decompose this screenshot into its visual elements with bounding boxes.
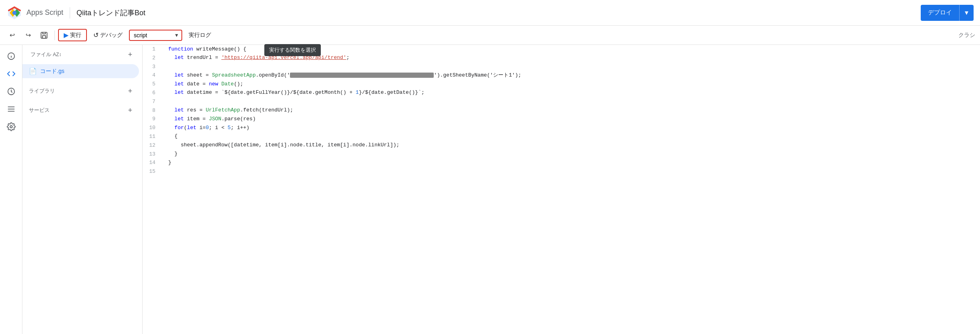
file-icon-code-gs: 📄: [29, 67, 37, 75]
deploy-label: デプロイ: [921, 9, 959, 16]
line-code-11: {: [162, 132, 980, 141]
redo-button[interactable]: ↪: [21, 28, 35, 43]
undo-button[interactable]: ↩: [5, 28, 19, 43]
toolbar: ↩ ↪ ▶ 実行 ↺ デバッグ script writeMessage ▼ 実行…: [0, 26, 980, 45]
line-num-9: 9: [143, 115, 162, 123]
run-icon: ▶: [64, 31, 68, 39]
line-num-4: 4: [143, 71, 162, 80]
add-library-button[interactable]: +: [125, 85, 136, 97]
libraries-label: ライブラリ: [29, 87, 55, 95]
line-num-6: 6: [143, 89, 162, 97]
code-line-9: 9 let item = JSON.parse(res): [143, 115, 980, 123]
line-code-10: for(let i=0; i < 5; i++): [162, 123, 980, 132]
az-sort-icon: AZ↕: [53, 52, 61, 57]
exec-log-button[interactable]: 実行ログ: [184, 30, 216, 40]
line-num-1: 1: [143, 45, 162, 54]
run-button[interactable]: ▶ 実行: [58, 29, 87, 41]
code-line-13: 13 }: [143, 150, 980, 159]
code-line-10: 10 for(let i=0; i < 5; i++): [143, 123, 980, 132]
code-line-12: 12 sheet.appendRow([datetime, item[i].no…: [143, 141, 980, 150]
line-code-5: let date = new Date();: [162, 80, 980, 89]
line-code-6: let datetime = `${date.getFullYear()}/${…: [162, 89, 980, 97]
file-panel: ファイル AZ↕ + 📄 コード.gs ライブラリ + サービス +: [22, 45, 143, 334]
sidebar-icon-triggers[interactable]: [3, 83, 19, 99]
line-num-12: 12: [143, 141, 162, 150]
files-section-header: ファイル AZ↕ +: [22, 45, 142, 64]
code-line-6: 6 let datetime = `${date.getFullYear()}/…: [143, 89, 980, 97]
sidebar-icon-info[interactable]: [3, 48, 19, 64]
code-line-8: 8 let res = UrlFetchApp.fetch(trendUrl);: [143, 106, 980, 115]
line-code-14: }: [162, 158, 980, 167]
sidebar-icon-code[interactable]: [3, 66, 19, 82]
tooltip-popup: 実行する関数を選択: [264, 44, 321, 56]
line-code-9: let item = JSON.parse(res): [162, 115, 980, 123]
deploy-arrow-icon: ▼: [959, 5, 974, 21]
deploy-btn-area: デプロイ ▼: [921, 5, 974, 21]
code-line-11: 11 {: [143, 132, 980, 141]
line-code-4: let sheet = SpreadsheetApp.openById(' ')…: [162, 71, 980, 80]
sidebar-icons: [0, 45, 22, 334]
debug-label: デバッグ: [100, 32, 123, 39]
line-num-10: 10: [143, 123, 162, 132]
libraries-section-header: ライブラリ +: [22, 81, 142, 101]
run-label: 実行: [70, 32, 81, 39]
debug-icon: ↺: [93, 31, 99, 39]
code-table: 1 function writeMessage() { 2 let trendU…: [143, 45, 980, 176]
line-num-13: 13: [143, 150, 162, 159]
header-divider: [70, 7, 70, 18]
az-sort-label: ファイル: [30, 51, 51, 58]
file-name-code-gs: コード.gs: [40, 68, 64, 75]
add-file-button[interactable]: +: [125, 49, 136, 60]
file-item-code-gs[interactable]: 📄 コード.gs: [22, 64, 139, 78]
deploy-button[interactable]: デプロイ ▼: [921, 5, 974, 21]
svg-point-1: [12, 11, 16, 15]
line-code-8: let res = UrlFetchApp.fetch(trendUrl);: [162, 106, 980, 115]
app-name-label: Apps Script: [26, 8, 63, 17]
line-num-7: 7: [143, 97, 162, 106]
function-select-wrapper: script writeMessage ▼: [129, 30, 182, 41]
main-area: ファイル AZ↕ + 📄 コード.gs ライブラリ + サービス + 1: [0, 45, 980, 334]
line-code-13: }: [162, 150, 980, 159]
line-num-15: 15: [143, 167, 162, 176]
svg-point-11: [10, 126, 12, 128]
services-section-header: サービス +: [22, 101, 142, 120]
services-label: サービス: [29, 107, 50, 114]
code-line-3: 3: [143, 63, 980, 71]
code-line-7: 7: [143, 97, 980, 106]
code-line-15: 15: [143, 167, 980, 176]
line-code-7: [162, 97, 980, 106]
apps-script-logo: [6, 5, 22, 21]
az-sort-btn[interactable]: ファイル AZ↕: [29, 50, 63, 59]
line-num-2: 2: [143, 54, 162, 63]
code-line-4: 4 let sheet = SpreadsheetApp.openById(' …: [143, 71, 980, 80]
code-line-5: 5 let date = new Date();: [143, 80, 980, 89]
header: Apps Script Qiitaトレンド記事Bot デプロイ ▼: [0, 0, 980, 26]
toolbar-sep-1: [54, 30, 55, 40]
svg-rect-3: [42, 35, 46, 38]
line-code-15: [162, 167, 980, 176]
line-code-3: [162, 63, 980, 71]
editor-area: 1 function writeMessage() { 2 let trendU…: [143, 45, 980, 334]
save-button[interactable]: [37, 28, 51, 43]
logo-area: Apps Script: [6, 5, 63, 21]
line-num-14: 14: [143, 158, 162, 167]
project-title: Qiitaトレンド記事Bot: [76, 8, 145, 18]
sidebar-icon-settings[interactable]: [3, 119, 19, 135]
line-num-5: 5: [143, 80, 162, 89]
sidebar-icon-executions[interactable]: [3, 101, 19, 117]
line-num-3: 3: [143, 63, 162, 71]
line-num-11: 11: [143, 132, 162, 141]
line-code-12: sheet.appendRow([datetime, item[i].node.…: [162, 141, 980, 150]
function-select[interactable]: script writeMessage: [130, 30, 181, 40]
add-service-button[interactable]: +: [125, 105, 136, 116]
debug-button[interactable]: ↺ デバッグ: [89, 30, 127, 40]
code-line-14: 14 }: [143, 158, 980, 167]
classes-label: クラシ: [958, 32, 975, 39]
line-num-8: 8: [143, 106, 162, 115]
